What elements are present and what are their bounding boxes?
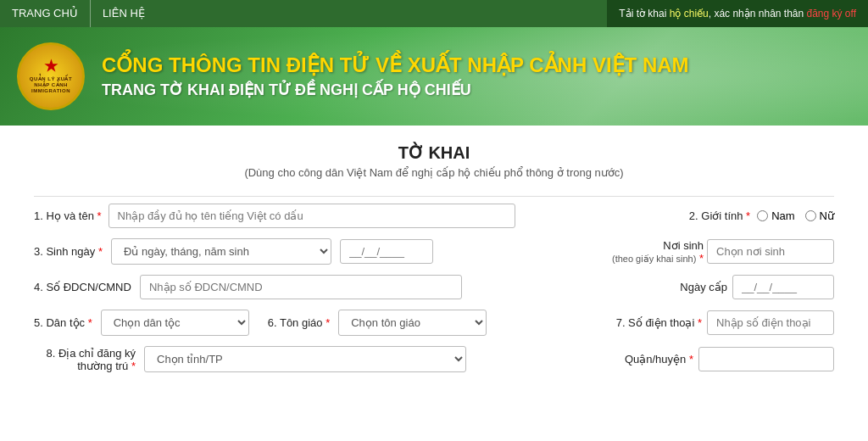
select-ton-giao[interactable]: Chọn tôn giáo: [338, 310, 487, 336]
row-sinh-ngay: 3. Sinh ngày * Đủ ngày, tháng, năm sinh …: [34, 238, 834, 265]
radio-nam[interactable]: Nam: [757, 209, 794, 222]
label-quan-huyen: Quận/huyện *: [625, 353, 693, 366]
input-date-sinh-ngay[interactable]: [340, 239, 433, 264]
label-sinh-ngay: 3. Sinh ngày *: [34, 245, 103, 258]
notice-link1: hộ chiếu: [670, 8, 709, 20]
select-dan-toc[interactable]: Chọn dân tộc: [101, 310, 249, 336]
field-group-ngay-cap: Ngày cấp: [680, 275, 834, 299]
logo-inner: ★ QUẢN LÝ XUẤT NHẬP CẢNH IMMIGRATION: [19, 54, 82, 98]
label-noi-sinh: Nơi sinh (theo giấy khai sinh) *: [612, 239, 704, 265]
nav-links: TRANG CHỦ LIÊN HỆ: [0, 0, 157, 27]
logo-star: ★: [23, 58, 79, 76]
input-ho-va-ten[interactable]: [108, 204, 515, 228]
row-dan-toc: 5. Dân tộc * Chọn dân tộc 6. Tôn giáo * …: [34, 310, 834, 336]
label-ngay-cap: Ngày cấp: [680, 281, 727, 293]
radio-label-nam: Nam: [771, 209, 794, 222]
logo: ★ QUẢN LÝ XUẤT NHẬP CẢNH IMMIGRATION: [17, 42, 85, 110]
form-title: TỜ KHAI: [34, 142, 834, 163]
input-noi-sinh[interactable]: [707, 239, 834, 264]
logo-text-ring2: IMMIGRATION: [23, 88, 79, 94]
top-navigation: TRANG CHỦ LIÊN HỆ Tải tờ khai hộ chiếu, …: [0, 0, 868, 27]
notice-middle: , xác nhận nhân thân: [709, 8, 807, 20]
header-titles: CỔNG THÔNG TIN ĐIỆN TỬ VỀ XUẤT NHẬP CẢNH…: [102, 53, 689, 100]
select-dia-chi[interactable]: Chọn tỉnh/TP: [144, 346, 466, 372]
label-so-ddcn: 4. Số ĐDCN/CMND: [34, 281, 131, 293]
label-dia-chi: 8. Địa chỉ đăng ký thường trú *: [34, 347, 136, 372]
input-so-ddcn[interactable]: [140, 275, 462, 299]
notice-prefix: Tải tờ khai: [619, 8, 669, 20]
form-section: TỜ KHAI (Dùng cho công dân Việt Nam để n…: [0, 126, 868, 399]
field-group-noi-sinh: Nơi sinh (theo giấy khai sinh) *: [612, 239, 834, 265]
form-subtitle: (Dùng cho công dân Việt Nam để nghị cấp …: [34, 166, 834, 179]
select-sinh-ngay[interactable]: Đủ ngày, tháng, năm sinh: [111, 238, 331, 265]
input-so-dien-thoai[interactable]: [707, 310, 834, 335]
radio-group-gioi-tinh: Nam Nữ: [757, 209, 834, 222]
row-ho-va-ten: 1. Họ và tên * 2. Giới tính * Nam Nữ: [34, 204, 834, 228]
radio-nu[interactable]: Nữ: [805, 209, 834, 222]
label-dan-toc: 5. Dân tộc *: [34, 316, 92, 329]
top-notice: Tải tờ khai hộ chiếu, xác nhận nhân thân…: [607, 0, 868, 27]
field-group-so-dien-thoai: 7. Số điện thoại *: [616, 310, 834, 335]
row-dia-chi: 8. Địa chỉ đăng ký thường trú * Chọn tỉn…: [34, 346, 834, 372]
field-group-ho-va-ten: 1. Họ và tên *: [34, 204, 664, 228]
notice-link2: đăng ký off: [807, 8, 857, 20]
logo-text-ring: QUẢN LÝ XUẤT NHẬP CẢNH: [23, 76, 79, 88]
header-title-sub: TRANG TỜ KHAI ĐIỆN TỬ ĐỀ NGHỊ CẤP HỘ CHI…: [102, 81, 689, 99]
radio-input-nam[interactable]: [757, 210, 768, 221]
label-ho-va-ten: 1. Họ và tên *: [34, 209, 102, 222]
field-group-quan-huyen: Quận/huyện *: [625, 347, 834, 371]
home-link[interactable]: TRANG CHỦ: [0, 0, 91, 27]
header-title-main: CỔNG THÔNG TIN ĐIỆN TỬ VỀ XUẤT NHẬP CẢNH…: [102, 53, 689, 78]
header-banner: ★ QUẢN LÝ XUẤT NHẬP CẢNH IMMIGRATION CỔN…: [0, 27, 868, 126]
label-ton-giao: 6. Tôn giáo *: [268, 316, 331, 329]
input-ngay-cap[interactable]: [732, 275, 834, 299]
field-group-gioi-tinh: 2. Giới tính * Nam Nữ: [689, 209, 834, 222]
divider: [34, 196, 834, 197]
label-so-dien-thoai: 7. Số điện thoại *: [616, 316, 702, 329]
label-gioi-tinh: 2. Giới tính *: [689, 209, 750, 222]
radio-input-nu[interactable]: [805, 210, 816, 221]
row-so-ddcn: 4. Số ĐDCN/CMND Ngày cấp: [34, 275, 834, 299]
contact-link[interactable]: LIÊN HỆ: [91, 0, 157, 27]
radio-label-nu: Nữ: [820, 209, 834, 222]
input-quan-huyen[interactable]: [698, 347, 834, 371]
